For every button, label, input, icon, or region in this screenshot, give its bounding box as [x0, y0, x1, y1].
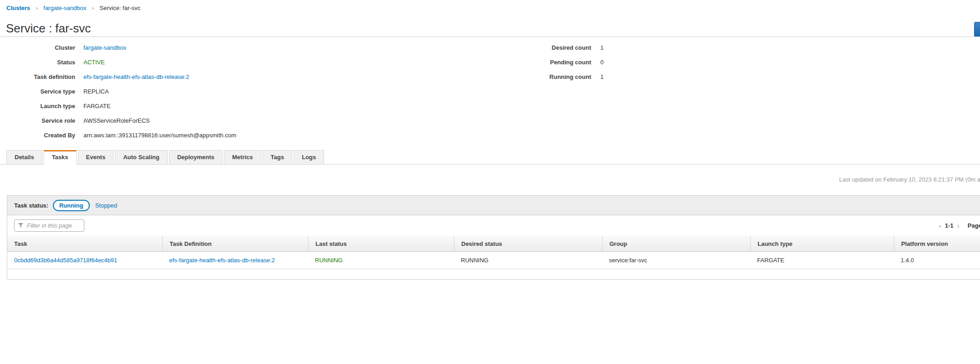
pagination-range: 1-1: [945, 222, 954, 229]
service-role-label: Service role: [0, 117, 75, 124]
title-divider: [0, 36, 980, 37]
row-task-definition-link[interactable]: efs-fargate-health-efs-atlas-db-release:…: [169, 257, 275, 264]
running-count-value: 1: [600, 73, 603, 80]
detail-row-created-by: Created By arn:aws:iam::391311798816:use…: [0, 128, 236, 142]
detail-row-running-count: Running count 1: [524, 69, 603, 84]
detail-row-service-type: Service type REPLICA: [0, 84, 236, 99]
filter-row: ‹ 1-1 › Page: [7, 215, 980, 236]
tab-details[interactable]: Details: [6, 150, 42, 165]
pagination-prev-icon[interactable]: ‹: [937, 222, 943, 229]
filter-input[interactable]: [14, 219, 84, 232]
tasks-table-header: Task Task Definition Last status Desired…: [7, 236, 980, 252]
pending-count-label: Pending count: [524, 59, 591, 66]
column-header-platform-version[interactable]: Platform version: [894, 236, 980, 251]
update-button[interactable]: [974, 22, 980, 37]
cluster-link[interactable]: fargate-sandbox: [83, 44, 126, 51]
desired-count-label: Desired count: [524, 44, 591, 51]
row-platform-version: 1.4.0: [894, 252, 980, 269]
column-header-task[interactable]: Task: [7, 236, 162, 251]
tab-tasks[interactable]: Tasks: [44, 150, 77, 165]
row-launch-type: FARGATE: [750, 252, 894, 269]
page-title: Service : far-svc: [6, 21, 91, 36]
desired-count-value: 1: [600, 44, 603, 51]
service-details: Cluster fargate-sandbox Status ACTIVE Ta…: [0, 40, 236, 142]
tab-bar: Details Tasks Events Auto Scaling Deploy…: [0, 150, 980, 165]
pending-count-value: 0: [600, 59, 603, 66]
launch-type-value: FARGATE: [83, 103, 111, 109]
column-header-last-status[interactable]: Last status: [308, 236, 454, 251]
running-count-label: Running count: [524, 73, 591, 80]
pagination-page-label: Page: [968, 222, 980, 229]
breadcrumb-cluster-link[interactable]: fargate-sandbox: [43, 5, 86, 11]
tab-logs[interactable]: Logs: [294, 150, 324, 165]
tab-tags[interactable]: Tags: [263, 150, 292, 165]
filter-box: [14, 219, 84, 232]
detail-row-service-role: Service role AWSServiceRoleForECS: [0, 113, 236, 128]
tab-deployments[interactable]: Deployments: [169, 150, 223, 165]
task-status-bar: Task status: Running Stopped: [7, 196, 980, 215]
launch-type-label: Launch type: [0, 103, 75, 109]
service-type-value: REPLICA: [83, 88, 109, 95]
created-by-label: Created By: [0, 132, 75, 139]
detail-row-pending-count: Pending count 0: [524, 55, 603, 69]
task-status-label: Task status:: [14, 202, 48, 209]
row-desired-status: RUNNING: [454, 252, 602, 269]
task-definition-link[interactable]: efs-fargate-health-efs-atlas-db-release:…: [83, 73, 189, 80]
detail-row-task-definition: Task definition efs-fargate-health-efs-a…: [0, 69, 236, 84]
detail-row-desired-count: Desired count 1: [524, 40, 603, 55]
service-type-label: Service type: [0, 88, 75, 95]
task-definition-label: Task definition: [0, 73, 75, 80]
table-row: 0cbdd69d3b6a44d585a9718f64ec4b91 efs-far…: [7, 252, 980, 269]
breadcrumb-current: Service: far-svc: [99, 5, 140, 11]
detail-row-status: Status ACTIVE: [0, 55, 236, 69]
row-last-status: RUNNING: [308, 252, 454, 269]
status-value: ACTIVE: [83, 59, 105, 66]
last-updated-text: Last updated on February 10, 2023 6:21:3…: [839, 176, 980, 183]
task-status-stopped-filter[interactable]: Stopped: [95, 202, 117, 209]
service-role-value: AWSServiceRoleForECS: [83, 117, 150, 124]
detail-row-cluster: Cluster fargate-sandbox: [0, 40, 236, 55]
task-id-link[interactable]: 0cbdd69d3b6a44d585a9718f64ec4b91: [14, 257, 117, 264]
detail-row-launch-type: Launch type FARGATE: [0, 99, 236, 113]
column-header-group[interactable]: Group: [602, 236, 750, 251]
breadcrumb-clusters-link[interactable]: Clusters: [6, 5, 30, 11]
tasks-panel: Task status: Running Stopped ‹ 1-1 › Pag…: [7, 195, 980, 280]
task-status-running-filter[interactable]: Running: [53, 200, 90, 211]
tab-events[interactable]: Events: [78, 150, 114, 165]
breadcrumb-separator-icon: ›: [92, 5, 94, 11]
service-counts: Desired count 1 Pending count 0 Running …: [524, 40, 603, 84]
cluster-label: Cluster: [0, 44, 75, 51]
tab-metrics[interactable]: Metrics: [224, 150, 261, 165]
row-group: service:far-svc: [602, 252, 750, 269]
panel-footer: [7, 269, 980, 279]
breadcrumb-separator-icon: ›: [36, 5, 38, 11]
column-header-desired-status[interactable]: Desired status: [454, 236, 602, 251]
ecs-service-page: Clusters › fargate-sandbox › Service: fa…: [0, 0, 980, 364]
status-label: Status: [0, 59, 75, 66]
column-header-launch-type[interactable]: Launch type: [750, 236, 894, 251]
created-by-value: arn:aws:iam::391311798816:user/sumesh@ap…: [83, 132, 236, 139]
column-header-task-definition[interactable]: Task Definition: [162, 236, 308, 251]
pagination-next-icon[interactable]: ›: [955, 222, 961, 229]
breadcrumb: Clusters › fargate-sandbox › Service: fa…: [6, 5, 140, 11]
tab-auto-scaling[interactable]: Auto Scaling: [115, 150, 167, 165]
tasks-table: Task Task Definition Last status Desired…: [7, 236, 980, 269]
pagination: ‹ 1-1 › Page: [937, 215, 980, 236]
